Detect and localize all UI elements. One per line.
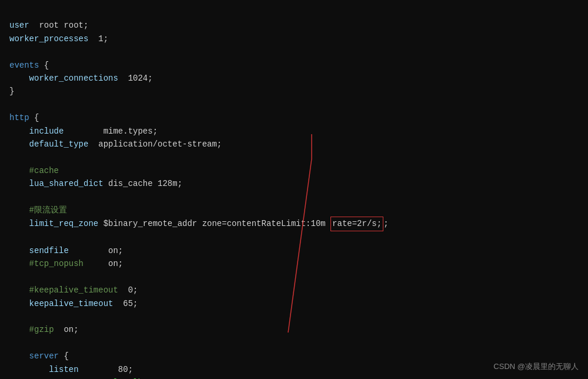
line-cache-comment: #cache [9, 166, 59, 175]
line-keepalive-comment: #keepalive_timeout 0; [9, 285, 138, 295]
line-worker-connections: worker_connections 1024; [9, 74, 153, 83]
line-default-type: default_type application/octet-stream; [9, 139, 222, 149]
line-sendfile: sendfile on; [9, 246, 123, 255]
line-rate-limit-comment: #限流设置 [9, 205, 67, 215]
line-listen: listen 80; [9, 365, 133, 374]
line-gzip-comment: #gzip on; [9, 325, 79, 334]
line-user: user root root; [9, 21, 88, 30]
line-events-open: events { [9, 61, 49, 70]
line-keepalive: keepalive_timeout 65; [9, 299, 138, 308]
line-server-open: server { [9, 351, 69, 361]
line-tcp-nopush: #tcp_nopush on; [9, 259, 123, 268]
line-lua-shared: lua_shared_dict dis_cache 128m; [9, 179, 182, 188]
rate-highlight: rate=2r/s; [330, 217, 383, 231]
line-events-close: } [9, 87, 14, 96]
line-worker-processes: worker_processes 1; [9, 34, 108, 44]
line-limit-req-zone: limit_req_zone $binary_remote_addr zone=… [9, 219, 389, 228]
watermark: CSDN @凌晨里的无聊人 [493, 361, 579, 372]
line-include: include mime.types; [9, 127, 158, 136]
line-http-open: http { [9, 113, 39, 122]
code-block: user root root; worker_processes 1; even… [0, 0, 588, 379]
